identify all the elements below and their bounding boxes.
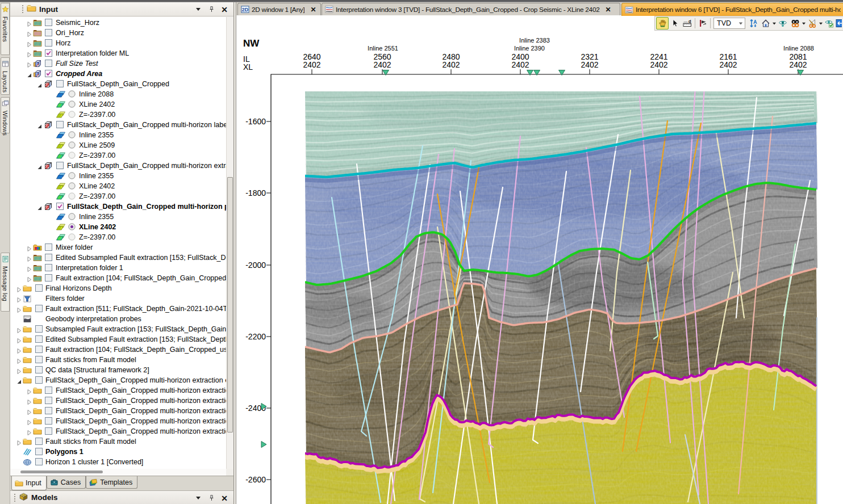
tree-item-label[interactable]: XLine 2402 — [79, 182, 115, 190]
bottom-tab-input[interactable]: Input — [11, 476, 47, 490]
tree-row[interactable]: Fault sticks from Fault model — [10, 436, 226, 447]
rail-tab-message-log[interactable]: Message log — [1, 253, 10, 312]
tree-item-label[interactable]: Edited Subsampled Fault extraction [153;… — [45, 335, 226, 343]
tree-item-label[interactable]: FullStack_Depth_Gain_Cropped multi-horiz… — [56, 407, 226, 415]
tree-item-label[interactable]: Ori_Horz — [56, 29, 84, 37]
tree-row[interactable]: FullStack_Depth_Gain_Cropped multi-horiz… — [10, 426, 226, 436]
toolbar-penruler-button[interactable] — [806, 17, 819, 30]
tree-item-label[interactable]: XLine 2402 — [79, 223, 116, 231]
tree-vertical-scrollbar-thumb[interactable] — [227, 177, 233, 432]
tree-row[interactable]: Fault extraction [104; FullStack_Depth_G… — [10, 273, 226, 283]
tree-item-label[interactable]: Interpretation folder 1 — [56, 264, 123, 272]
tree-row[interactable]: Horz — [10, 38, 226, 48]
tree-item-label[interactable]: FullStack_Depth_Gain_Cropped multi-horiz… — [67, 162, 226, 170]
panel-grip[interactable] — [22, 5, 24, 14]
bottom-tab-cases[interactable]: Cases — [47, 476, 86, 489]
tree-item-label[interactable]: FullStack_Depth_Gain_Cropped multi-horiz… — [45, 376, 226, 384]
tree-row[interactable]: FullStack_Depth_Gain_Cropped multi-horiz… — [10, 406, 226, 416]
tree-item-label[interactable]: FullStack_Depth_Gain_Cropped multi-horiz… — [67, 203, 226, 211]
tree-row[interactable]: Interpretation folder ML — [10, 48, 226, 58]
tree-row[interactable]: FullStack_Depth_Gain_Cropped multi-horiz… — [10, 201, 226, 212]
window-tab[interactable]: Interpretation window 3 [TVD] - FullStac… — [322, 3, 620, 15]
window-tab-active[interactable]: Interpretation window 6 [TVD] - FullStac… — [621, 3, 843, 16]
tree-item-label[interactable]: Interpretation folder ML — [56, 49, 129, 57]
tree-row[interactable]: Z=-2397.00 — [10, 191, 226, 201]
seismic-viewport[interactable]: NW IL XL 2640240225602402248024022400240… — [236, 15, 843, 504]
tree-item-label[interactable]: Fault sticks from Fault model — [45, 438, 136, 446]
toolbar-eye-button[interactable] — [777, 17, 789, 30]
tree-row[interactable]: Cropped Area — [10, 69, 226, 79]
rail-tab-windows[interactable]: Windows — [1, 97, 10, 133]
tree-row[interactable]: XLine 2509 — [10, 140, 226, 150]
tree-item-label[interactable]: Seismic_Horz — [56, 19, 99, 27]
tree-item-label[interactable]: Mixer folder — [56, 243, 93, 251]
bottom-tab-templates[interactable]: Templates — [86, 476, 137, 489]
tree-row[interactable]: Polygons 1 — [10, 447, 226, 457]
tree-item-label[interactable]: Fault extraction [104; FullStack_Depth_G… — [45, 346, 226, 354]
tree-item-label[interactable]: Inline 2355 — [79, 172, 114, 180]
tree-row[interactable]: Inline 2088 — [10, 89, 226, 99]
tree-item-label[interactable]: Filters folder — [45, 295, 85, 303]
tree-row[interactable]: Subsampled Fault extraction [153; FullSt… — [10, 324, 226, 334]
tree-item-label[interactable]: Horz — [56, 39, 70, 47]
tree-item-label[interactable]: Fault extraction [104; FullStack_Depth_G… — [56, 274, 226, 282]
tree-row[interactable]: FullStack_Depth_Gain_Cropped multi-horiz… — [10, 375, 226, 385]
tree-horizontal-scrollbar-thumb[interactable] — [20, 471, 103, 473]
seismic-plot[interactable] — [236, 15, 843, 504]
tree-item-label[interactable]: Polygons 1 — [45, 448, 84, 456]
tree-item-label[interactable]: FullStack_Depth_Gain_Cropped multi-horiz… — [56, 387, 226, 394]
tree-item-label[interactable]: Subsampled Fault extraction [153; FullSt… — [45, 325, 226, 333]
tree-item-label[interactable]: QC data [Structural framework 2] — [45, 366, 149, 374]
tree-row[interactable]: FullStack_Depth_Gain_Cropped multi-horiz… — [10, 161, 226, 171]
tree-item-label[interactable]: FullStack_Depth_Gain_Cropped multi-horiz… — [67, 121, 226, 129]
tree-item-label[interactable]: FullStack_Depth_Gain_Cropped multi-horiz… — [56, 427, 226, 435]
tree-row[interactable]: FullStack_Depth_Gain_Cropped multi-horiz… — [10, 396, 226, 406]
tree-row[interactable]: Final Horizons Depth — [10, 283, 226, 293]
tree-row[interactable]: Filters folder — [10, 293, 226, 304]
tree-item-label[interactable]: Cropped Area — [56, 70, 102, 78]
toolbar-home-dropdown[interactable] — [772, 17, 777, 30]
tree-row[interactable]: Ori_Horz — [10, 28, 226, 38]
tvd-domain-select[interactable]: TVD — [713, 18, 745, 29]
toolbar-eyecheck-button[interactable] — [823, 17, 836, 30]
toolbar-bluesq-button[interactable] — [836, 17, 842, 30]
tree-item-label[interactable]: XLine 2509 — [79, 141, 115, 149]
tree-row[interactable]: FullStack_Depth_Gain_Cropped — [10, 79, 226, 89]
toolbar-flag-button[interactable] — [696, 17, 709, 30]
models-panel-menu-button[interactable] — [194, 494, 202, 502]
tree-item-label[interactable]: FullStack_Depth_Gain_Cropped multi-horiz… — [56, 417, 226, 425]
tree-item-label[interactable]: FullStack_Depth_Gain_Cropped multi-horiz… — [56, 397, 226, 405]
tree-row[interactable]: Seismic_Horz — [10, 18, 226, 28]
window-tab[interactable]: 2D2D window 1 [Any]✕ — [237, 3, 321, 15]
tree-item-label[interactable]: Fault sticks from Fault model — [45, 356, 136, 364]
tree-row[interactable]: XLine 2402 — [10, 99, 226, 110]
input-panel-close-button[interactable]: ✕ — [220, 6, 228, 14]
toolbar-goggles-dropdown[interactable] — [802, 17, 806, 30]
toolbar-vscale-button[interactable] — [747, 17, 759, 30]
tree-row[interactable]: FullStack_Depth_Gain_Cropped multi-horiz… — [10, 385, 226, 396]
tree-row[interactable]: Horizon 1 cluster 1 [Converted] — [10, 457, 226, 467]
models-panel-pin-button[interactable] — [207, 494, 215, 502]
tree-item-label[interactable]: Horizon 1 cluster 1 [Converted] — [45, 458, 143, 466]
rail-tab-layouts[interactable]: Layouts — [1, 57, 10, 95]
tree-row[interactable]: Fault sticks from Fault model — [10, 355, 226, 365]
tree-row[interactable]: Z=-2397.00 — [10, 232, 226, 242]
seismic-image[interactable] — [298, 58, 817, 504]
tree-row[interactable]: XLine 2402 — [10, 222, 226, 232]
toolbar-goggles-button[interactable] — [789, 17, 802, 30]
toolbar-cursor-button[interactable] — [669, 17, 681, 30]
depth-marker[interactable] — [261, 404, 266, 410]
toolbar-penruler-dropdown[interactable] — [819, 17, 823, 30]
tree-item-label[interactable]: Z=-2397.00 — [79, 233, 115, 241]
tree-row[interactable]: QC data [Structural framework 2] — [10, 365, 226, 375]
tree-item-label[interactable]: Final Horizons Depth — [45, 284, 112, 292]
toolbar-home-button[interactable] — [759, 17, 772, 30]
tree-row[interactable]: FullStack_Depth_Gain_Cropped multi-horiz… — [10, 416, 226, 426]
checkbox-unchecked[interactable] — [35, 458, 43, 468]
tree-row[interactable]: Inline 2355 — [10, 171, 226, 181]
tree-row[interactable]: Z=-2397.00 — [10, 150, 226, 161]
tree-item-label[interactable]: Full Size Test — [56, 60, 98, 68]
input-panel-menu-button[interactable] — [194, 6, 202, 14]
tree-horizontal-scrollbar[interactable] — [10, 469, 226, 476]
toolbar-ruler-button[interactable]: d — [681, 17, 694, 30]
